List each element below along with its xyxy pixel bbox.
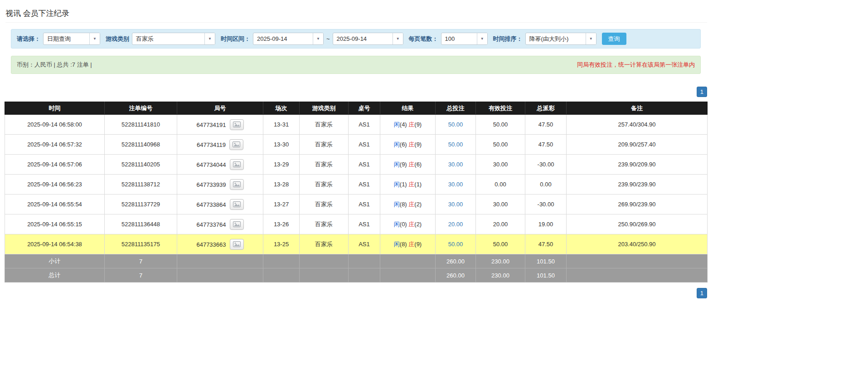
table-row-highlighted: 2025-09-14 06:54:38522811135175647733663… [5, 234, 708, 254]
round-snapshot-button[interactable] [230, 179, 244, 190]
cell-note: 257.40/304.90 [567, 115, 708, 135]
total-bet-link[interactable]: 30.00 [448, 161, 463, 168]
table-header-row: 时间注单编号局号场次游戏类别桌号结果总投注有效投注总派彩备注 [5, 102, 708, 115]
cell-result: 闲(6) 庄(9) [380, 135, 436, 155]
cell-note: 239.90/239.90 [567, 175, 708, 195]
round-snapshot-button[interactable] [229, 139, 243, 150]
cell-table-number: AS1 [349, 175, 380, 195]
cell-bet-number: 522811141810 [105, 115, 177, 135]
cell-time: 2025-09-14 06:58:00 [5, 115, 105, 135]
cell-game-type: 百家乐 [300, 214, 349, 234]
game-type-select[interactable]: 百家乐 ▼ [132, 33, 215, 45]
round-snapshot-icon [233, 181, 241, 187]
cell-valid-bet: 0.00 [476, 175, 525, 195]
result-player-label: 闲 [394, 221, 400, 228]
chevron-down-icon[interactable]: ▼ [586, 33, 596, 44]
pagination-bottom: 1 [5, 288, 707, 298]
column-header: 桌号 [349, 102, 380, 115]
result-player-label: 闲 [394, 161, 400, 168]
cell-game-type: 百家乐 [300, 135, 349, 155]
result-player-label: 闲 [394, 121, 400, 128]
date-range-label: 时间区间： [221, 35, 250, 43]
round-snapshot-button[interactable] [230, 199, 244, 210]
cell-note: 239.90/209.90 [567, 155, 708, 175]
round-snapshot-button[interactable] [230, 159, 244, 170]
footer-cell: 260.00 [436, 268, 476, 282]
table-row: 2025-09-14 06:57:06522811140205647734044… [5, 155, 708, 175]
date-to-select[interactable]: 2025-09-14 ▼ [333, 33, 403, 45]
date-to-value: 2025-09-14 [333, 33, 393, 44]
cell-round-number: 647734191 [177, 115, 263, 135]
cell-time: 2025-09-14 06:55:54 [5, 195, 105, 214]
cell-bet-number: 522811140205 [105, 155, 177, 175]
footer-cell: 总计 [5, 268, 105, 282]
cell-valid-bet: 50.00 [476, 135, 525, 155]
cell-session: 13-27 [263, 195, 300, 214]
chevron-down-icon[interactable]: ▼ [89, 33, 100, 44]
cell-game-type: 百家乐 [300, 115, 349, 135]
total-bet-link[interactable]: 20.00 [448, 221, 463, 228]
round-snapshot-button[interactable] [230, 239, 244, 250]
result-banker-label: 庄 [408, 141, 414, 148]
column-header: 游戏类别 [300, 102, 349, 115]
footer-cell [263, 268, 300, 282]
cell-result: 闲(8) 庄(2) [380, 195, 436, 214]
result-player-label: 闲 [394, 141, 400, 148]
cell-payout: 47.50 [525, 135, 567, 155]
result-player-label: 闲 [394, 241, 400, 248]
cell-total-bet: 30.00 [436, 195, 476, 214]
cell-valid-bet: 50.00 [476, 234, 525, 254]
chevron-down-icon[interactable]: ▼ [204, 33, 215, 44]
round-snapshot-icon [233, 122, 241, 127]
cell-valid-bet: 20.00 [476, 214, 525, 234]
total-bet-link[interactable]: 50.00 [448, 141, 463, 148]
time-sort-select[interactable]: 降幂(由大到小) ▼ [525, 33, 596, 45]
chevron-down-icon[interactable]: ▼ [477, 33, 487, 44]
query-type-value: 日期查询 [44, 33, 89, 44]
page-title: 视讯 会员下注纪录 [5, 8, 707, 23]
cell-total-bet: 50.00 [436, 135, 476, 155]
cell-bet-number: 522811135175 [105, 234, 177, 254]
date-from-select[interactable]: 2025-09-14 ▼ [253, 33, 324, 45]
cell-table-number: AS1 [349, 195, 380, 214]
round-snapshot-button[interactable] [230, 119, 244, 130]
cell-table-number: AS1 [349, 234, 380, 254]
round-snapshot-button[interactable] [230, 219, 244, 230]
cell-result: 闲(8) 庄(9) [380, 234, 436, 254]
cell-note: 209.90/257.40 [567, 135, 708, 155]
game-type-value: 百家乐 [132, 33, 204, 44]
round-snapshot-icon [233, 221, 241, 227]
total-bet-link[interactable]: 50.00 [448, 121, 463, 128]
query-type-label: 请选择： [17, 35, 40, 43]
total-bet-link[interactable]: 30.00 [448, 181, 463, 188]
result-banker-label: 庄 [408, 221, 414, 228]
cell-total-bet: 50.00 [436, 115, 476, 135]
page-size-select[interactable]: 100 ▼ [441, 33, 488, 45]
round-snapshot-icon [233, 241, 241, 247]
pagination-page-1[interactable]: 1 [697, 288, 707, 298]
total-bet-link[interactable]: 30.00 [448, 201, 463, 208]
footer-cell [380, 254, 436, 268]
table-row: 2025-09-14 06:58:00522811141810647734191… [5, 115, 708, 135]
footer-cell: 260.00 [436, 254, 476, 268]
cell-round-number: 647733764 [177, 214, 263, 234]
result-banker-label: 庄 [408, 121, 414, 128]
cell-round-number: 647734119 [177, 135, 263, 155]
pagination-page-1[interactable]: 1 [697, 87, 707, 97]
cell-total-bet: 30.00 [436, 155, 476, 175]
bet-records-table: 时间注单编号局号场次游戏类别桌号结果总投注有效投注总派彩备注 2025-09-1… [5, 102, 708, 282]
footer-cell [300, 268, 349, 282]
footer-cell [300, 254, 349, 268]
chevron-down-icon[interactable]: ▼ [313, 33, 323, 44]
cell-time: 2025-09-14 06:54:38 [5, 234, 105, 254]
round-number-text: 647733764 [196, 221, 226, 228]
query-type-select[interactable]: 日期查询 ▼ [43, 33, 100, 45]
cell-session: 13-31 [263, 115, 300, 135]
total-bet-link[interactable]: 50.00 [448, 241, 463, 248]
query-button[interactable]: 查询 [602, 33, 626, 45]
cell-bet-number: 522811138712 [105, 175, 177, 195]
footer-cell [263, 254, 300, 268]
chevron-down-icon[interactable]: ▼ [393, 33, 403, 44]
cell-valid-bet: 30.00 [476, 195, 525, 214]
date-from-value: 2025-09-14 [253, 33, 313, 44]
